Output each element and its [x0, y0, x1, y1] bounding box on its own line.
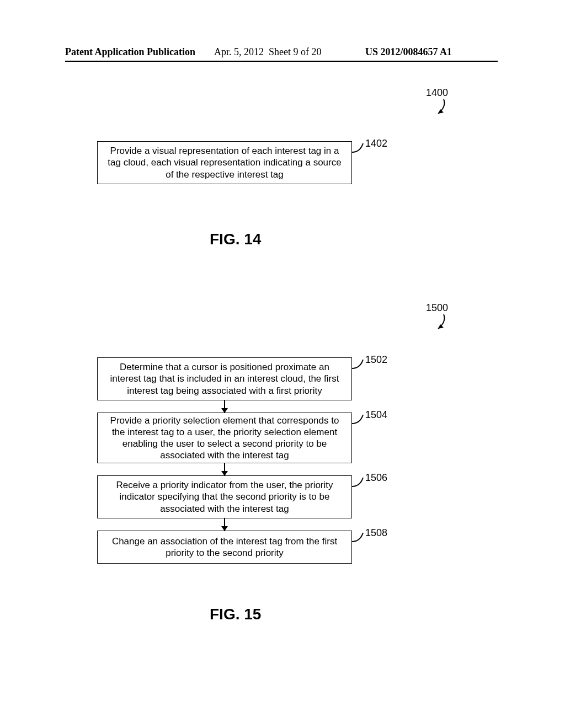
- flow-step-text: Provide a visual representation of each …: [108, 145, 342, 180]
- ref-label-1500: 1500: [426, 302, 448, 314]
- ref-label-1504: 1504: [365, 409, 387, 421]
- flow-arrow-icon: [224, 518, 225, 531]
- ref-label-1508: 1508: [365, 527, 387, 539]
- ref-label-1506: 1506: [365, 472, 387, 484]
- ref-leader-hook-icon: [352, 142, 366, 154]
- flow-step-1502: Determine that a cursor is positioned pr…: [97, 357, 352, 400]
- patent-drawing-page: Patent Application Publication Apr. 5, 2…: [0, 0, 565, 728]
- ref-leader-hook-icon: [352, 532, 366, 544]
- flow-step-1402: Provide a visual representation of each …: [97, 141, 352, 184]
- figure-caption-15: FIG. 15: [210, 606, 261, 623]
- flow-step-text: Determine that a cursor is positioned pr…: [108, 361, 342, 397]
- header-publication-type: Patent Application Publication: [65, 46, 195, 58]
- flow-step-1508: Change an association of the interest ta…: [97, 531, 352, 564]
- ref-leader-hook-icon: [352, 477, 366, 489]
- ref-leader-arrow-icon: [436, 98, 452, 118]
- page-header: Patent Application Publication Apr. 5, 2…: [0, 46, 565, 61]
- ref-label-1400: 1400: [426, 87, 448, 99]
- header-date: Apr. 5, 2012: [214, 46, 264, 57]
- header-date-sheet: Apr. 5, 2012 Sheet 9 of 20: [214, 46, 321, 58]
- flow-step-text: Change an association of the interest ta…: [108, 536, 342, 559]
- header-sheet: Sheet 9 of 20: [269, 46, 321, 57]
- figure-caption-14: FIG. 14: [210, 231, 261, 248]
- ref-leader-arrow-icon: [436, 313, 452, 333]
- ref-leader-hook-icon: [352, 358, 366, 371]
- flow-arrow-icon: [224, 400, 225, 413]
- header-rule: [65, 61, 498, 62]
- header-doc-number: US 2012/0084657 A1: [365, 46, 452, 58]
- flow-step-text: Provide a priority selection element tha…: [108, 415, 342, 462]
- flow-step-1506: Receive a priority indicator from the us…: [97, 475, 352, 518]
- ref-leader-hook-icon: [352, 414, 366, 426]
- flow-step-text: Receive a priority indicator from the us…: [108, 479, 342, 515]
- flow-step-1504: Provide a priority selection element tha…: [97, 413, 352, 463]
- flow-arrow-icon: [224, 463, 225, 475]
- ref-label-1402: 1402: [365, 138, 387, 149]
- ref-label-1502: 1502: [365, 354, 387, 366]
